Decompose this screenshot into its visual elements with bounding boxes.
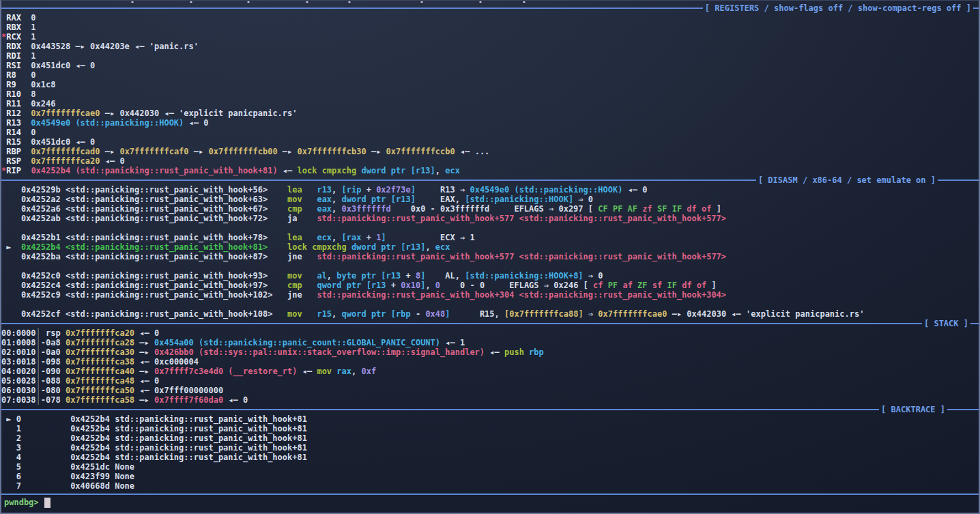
text-segment: [rip [342,185,362,195]
text-segment: │ [36,347,41,357]
text-segment: PF [613,204,622,214]
text-segment: af [622,281,632,290]
text-segment: - [411,309,426,319]
text-segment: 0 - 0 EFLAGS ⇒ 0x246 [ [440,281,593,290]
text-segment: RBX [1,23,21,32]
stack-row: 01:0008│-0a8 0x7fffffffca28 —▸ 0x454a00 … [1,338,979,347]
text-segment: ⇒ 0 [583,271,603,281]
text-cursor [44,498,51,508]
text-segment: mov [287,195,302,204]
header-rule [1,323,922,324]
text-segment: 0x7fffffffca30 [66,347,134,357]
text-segment: dword ptr [r13] [361,166,435,175]
stack-panel: 00:0000│ rsp 0x7fffffffca20 ◂— 001:0008│… [1,328,979,405]
text-segment: ► 0 0x4252b4 std::panicking::rust_panic_… [1,414,307,424]
text-segment: cmp [287,281,302,290]
disasm-row: 0x4252ba <std::panicking::rust_panic_wit… [1,252,979,261]
pwndbg-terminal-window: [ REGISTERS / show-flags off / show-comp… [0,0,980,514]
register-row: RDX 0x443528 —▸ 0x44203e ◂— 'panic.rs' [1,42,979,51]
text-segment: al [317,271,326,281]
text-segment [302,281,317,290]
registers-panel: RAX 0 RBX 1*RCX 1 RDX 0x443528 —▸ 0x4420… [1,13,979,175]
register-row: R15 0x451dc0 ◂— 0 [1,137,979,147]
register-row: RDI 1 [1,51,979,61]
text-segment: df [682,281,691,290]
text-segment: 0x0 - 0x3ffffffd EFLAGS ⇒ 0x297 [ [391,204,598,214]
text-segment: 0 [21,13,36,23]
text-segment: , [435,166,445,175]
text-segment: │ [36,395,41,405]
text-segment [603,281,608,290]
disasm-row: 0x4252a2 <std::panicking::rust_panic_wit… [1,195,979,204]
command-input-area[interactable]: pwndbg> [1,495,979,510]
text-segment: 0x4252c9 <std::panicking::rust_panic_wit… [1,290,287,300]
register-row: *RIP 0x4252b4 (std::panicking::rust_pani… [1,166,979,175]
text-segment: ◂— 0 [622,185,647,195]
text-segment: SF [657,204,667,214]
text-segment: 0x7fffffffca28 [66,338,134,347]
text-segment: 0x7ffff7f60da0 [154,395,223,405]
text-segment: R15 [1,137,21,147]
text-segment: eax [317,195,332,204]
text-segment: [0x7fffffffca88] [504,309,583,319]
text-segment: ] [381,233,386,242]
text-segment: RIP [6,166,21,175]
text-segment: , [332,233,341,242]
text-segment: mov [287,271,302,281]
disasm-row: 0x4252a6 <std::panicking::rust_panic_wit… [1,204,979,214]
text-segment: 0x4252a2 <std::panicking::rust_panic_wit… [1,195,287,204]
text-segment: 6 0x423f99 None [1,472,134,481]
text-segment: 0x7ffff7c3e4d0 (__restore_rt) [154,367,298,376]
text-segment: ⇒ [583,309,599,319]
clipped-previous-line [1,1,979,3]
text-segment: —▸ [134,367,154,376]
text-segment: lock cmpxchg [298,166,357,175]
stack-row: 05:0028│-088 0x7fffffffca48 ◂— 0 [1,376,979,386]
header-rule-tail [970,323,979,324]
text-segment: 0x451dc0 ◂— 0 [21,137,95,147]
prompt-label: pwndbg> [4,498,39,507]
text-segment: -0a8 [41,338,66,347]
text-segment: 0x4252b4 (std::panicking::rust_panic_wit… [31,166,277,175]
text-segment: std::panicking::rust_panic_with_hook+304… [317,290,726,300]
text-segment: R14 [1,128,21,137]
text-segment [302,185,317,195]
text-segment: , [425,281,435,290]
text-segment [667,204,672,214]
text-segment: ZF [637,281,647,290]
text-segment [302,290,317,300]
text-segment: 0x443528 —▸ 0x44203e ◂— 'panic.rs' [21,42,199,51]
text-segment: qword ptr [rbp [342,309,411,319]
text-segment: ECX ⇒ 1 [386,233,475,242]
text-segment [692,281,697,290]
text-segment [21,118,31,128]
text-segment: R11 [1,99,21,109]
backtrace-row: 5 0x4251dc None [1,462,979,472]
text-segment: 0x7fffffffca20 [31,156,100,166]
text-segment: -080 [41,386,66,395]
text-segment: -098 [41,357,66,367]
text-segment: ] [706,281,716,290]
text-segment: -0a0 [41,347,66,357]
text-segment: 0x426bb0 (std::sys::pal::unix::stack_ove… [154,347,485,357]
text-segment: —▸ 0x442030 ◂— 'explicit panicpanic.rs' [667,309,864,319]
text-segment: 3 0x4252b4 std::panicking::rust_panic_wi… [1,443,307,453]
text-segment: 1 0x4252b4 std::panicking::rust_panic_wi… [1,424,307,433]
text-segment: 00:0000 [1,328,36,338]
text-segment: AL, [425,271,465,281]
text-segment: 0x7fffffffcae0 [598,309,667,319]
text-segment: 06:0030 [1,386,36,395]
disasm-row: 0x4252ab <std::panicking::rust_panic_wit… [1,214,979,223]
text-segment: ecx [317,233,332,242]
text-segment: 0x3ffffffd [342,204,391,214]
text-segment: —▸ 0x442030 ◂— 'explicit panicpanic.rs' [100,109,298,118]
text-segment: of [702,204,711,214]
text-segment: ⇒ 0 [573,195,593,204]
text-segment: ◂— 0 [134,376,159,386]
text-segment: 0x4252ab <std::panicking::rust_panic_wit… [1,214,287,223]
disasm-row: 0x4252c4 <std::panicking::rust_panic_wit… [1,281,979,290]
text-segment: 0x4252c0 <std::panicking::rust_panic_wit… [1,271,287,281]
text-segment: 5 0x4251dc None [1,462,134,472]
text-segment [608,204,613,214]
text-segment: 0x7fffffffcb00 [208,147,277,156]
